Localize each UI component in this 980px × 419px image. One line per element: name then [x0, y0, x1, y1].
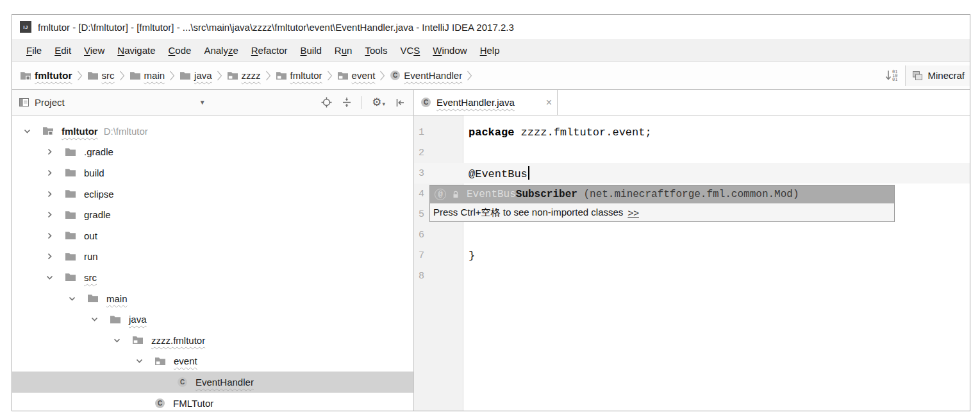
hint-more-link[interactable]: >> — [627, 207, 639, 218]
tree-item-label: out — [84, 230, 97, 241]
breadcrumb-zzzz[interactable]: zzzz — [227, 70, 261, 81]
tree-item-out[interactable]: out — [12, 225, 413, 246]
chevron-down-icon[interactable] — [135, 357, 144, 365]
chevron-right-icon[interactable] — [46, 148, 54, 156]
project-panel-header: Project ▼ ⚙▾ — [12, 90, 413, 115]
code-line-1[interactable]: 1package zzzz.fmltutor.event; — [414, 122, 970, 142]
tree-item-fmltutor[interactable]: fmltutorD:\fmltutor — [12, 121, 413, 142]
code-line-3[interactable]: 3@EventBus — [414, 163, 970, 184]
chevron-down-icon[interactable] — [68, 295, 77, 303]
tree-item-fmltutor[interactable]: CFMLTutor — [12, 393, 413, 411]
menu-help[interactable]: Help — [474, 45, 506, 56]
folder-icon — [129, 71, 141, 81]
code-line-2[interactable]: 2 — [414, 142, 970, 163]
tab-eventhandler-java[interactable]: C EventHandler.java × — [414, 90, 558, 115]
chevron-down-icon[interactable] — [113, 336, 122, 345]
menu-window[interactable]: Window — [426, 45, 473, 56]
project-tree: fmltutorD:\fmltutor.gradlebuildeclipsegr… — [12, 115, 413, 411]
package-icon — [337, 71, 349, 81]
code-editor[interactable]: 1package zzzz.fmltutor.event;23@EventBus… — [414, 115, 970, 411]
folder-icon — [179, 71, 191, 81]
completion-hint: Press Ctrl+空格 to see non-imported classe… — [430, 203, 894, 221]
tree-item-event[interactable]: event — [12, 351, 413, 372]
chevron-right-icon — [77, 71, 83, 81]
chevron-down-icon[interactable] — [23, 127, 32, 135]
menu-tools[interactable]: Tools — [358, 45, 394, 56]
project-view-dropdown-icon[interactable]: ▼ — [199, 99, 206, 106]
completion-item-selected[interactable]: @ EventBusSubscriber (net.minecraftforge… — [430, 185, 894, 203]
sorted-order-icon[interactable]: 011001 — [885, 70, 897, 81]
menu-run[interactable]: Run — [328, 45, 359, 56]
tree-item-eventhandler[interactable]: CEventHandler — [12, 372, 413, 393]
tree-item-label: fmltutor — [62, 126, 98, 137]
tree-item-eclipse[interactable]: eclipse — [12, 184, 413, 205]
code-line-6[interactable]: 6 — [414, 225, 970, 245]
completion-match-text: EventBus — [467, 189, 516, 200]
menu-navigate[interactable]: Navigate — [111, 45, 162, 56]
folder-icon — [65, 230, 76, 241]
tree-item-gradle[interactable]: gradle — [12, 204, 413, 225]
package-icon — [276, 71, 287, 81]
folder-icon — [65, 147, 76, 157]
tree-item-zzzz-fmltutor[interactable]: zzzz.fmltutor — [12, 330, 413, 351]
chevron-right-icon[interactable] — [46, 169, 54, 177]
code-line-8[interactable]: 8 — [414, 266, 970, 286]
menu-analyze[interactable]: Analyze — [197, 45, 244, 56]
chevron-down-icon[interactable] — [90, 315, 99, 323]
run-configuration-selector[interactable]: Minecraf — [905, 65, 970, 86]
chevron-right-icon — [119, 71, 125, 81]
chevron-right-icon[interactable] — [46, 252, 54, 261]
chevron-right-icon[interactable] — [46, 190, 54, 198]
project-tool-window: Project ▼ ⚙▾ — [12, 90, 414, 411]
locate-file-icon[interactable] — [321, 97, 332, 108]
menu-code[interactable]: Code — [162, 45, 198, 56]
breadcrumb-main[interactable]: main — [129, 70, 165, 81]
chevron-down-icon[interactable] — [46, 273, 54, 282]
tree-item-label: java — [129, 314, 147, 325]
completion-rest-text: Subscriber — [516, 189, 577, 200]
tree-item-java[interactable]: java — [12, 309, 413, 330]
menu-build[interactable]: Build — [294, 45, 328, 56]
hide-panel-icon[interactable] — [395, 98, 406, 108]
settings-gear-icon[interactable]: ⚙▾ — [372, 97, 385, 108]
tree-item--gradle[interactable]: .gradle — [12, 142, 413, 163]
folder-icon — [65, 189, 76, 199]
menu-vcs[interactable]: VCS — [394, 45, 426, 56]
close-tab-icon[interactable]: × — [546, 98, 552, 108]
collapse-all-icon[interactable] — [342, 97, 352, 108]
menu-file[interactable]: File — [20, 45, 48, 56]
breadcrumb-java[interactable]: java — [179, 70, 212, 81]
ide-window: IJ fmltutor - [D:\fmltutor] - [fmltutor]… — [12, 14, 970, 411]
svg-text:C: C — [393, 72, 397, 79]
package-icon — [132, 335, 144, 345]
chevron-right-icon[interactable] — [46, 232, 54, 240]
tree-item-build[interactable]: build — [12, 162, 413, 184]
breadcrumb-fmltutor[interactable]: fmltutor — [276, 70, 322, 81]
folder-icon — [65, 272, 76, 282]
breadcrumb-fmltutor[interactable]: fmltutor — [20, 70, 72, 81]
menu-view[interactable]: View — [78, 45, 111, 56]
breadcrumb-label: zzzz — [242, 70, 261, 81]
menu-refactor[interactable]: Refactor — [245, 45, 294, 56]
tree-item-main[interactable]: main — [12, 288, 413, 309]
folder-icon — [110, 314, 121, 325]
main-area: Project ▼ ⚙▾ — [12, 90, 970, 411]
breadcrumb-src[interactable]: src — [87, 70, 115, 81]
navbar-right: 011001 Minecraf — [885, 62, 970, 89]
breadcrumb-event[interactable]: event — [337, 70, 376, 81]
code-line-7[interactable]: 7} — [414, 245, 970, 266]
sort-digits: 011001 — [892, 70, 897, 81]
tab-label: EventHandler.java — [436, 97, 515, 108]
project-tool-window-icon — [19, 97, 29, 108]
folder-icon — [87, 293, 99, 304]
tree-item-run[interactable]: run — [12, 246, 413, 268]
menu-edit[interactable]: Edit — [48, 45, 78, 56]
svg-text:C: C — [424, 99, 428, 106]
breadcrumb-eventhandler[interactable]: CEventHandler — [390, 70, 462, 81]
breadcrumb-label: java — [194, 70, 212, 81]
tree-item-src[interactable]: src — [12, 267, 413, 288]
chevron-right-icon[interactable] — [46, 210, 54, 219]
breadcrumb-label: event — [352, 70, 376, 81]
class-icon: C — [390, 70, 401, 81]
project-panel-title: Project — [35, 97, 65, 108]
